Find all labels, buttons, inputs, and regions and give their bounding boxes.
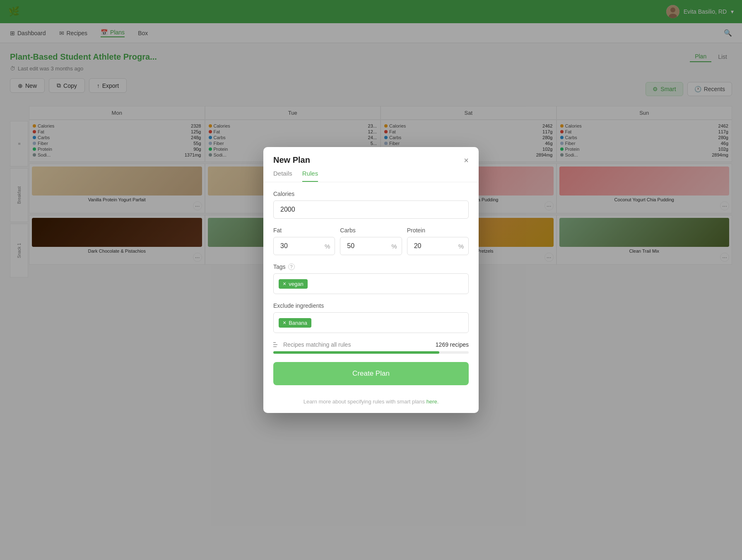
fat-label: Fat <box>273 227 335 234</box>
modal-footer: Learn more about specifying rules with s… <box>263 393 479 413</box>
modal-body: Calories Fat % Carbs % <box>263 182 479 393</box>
matching-count: 1269 recipes <box>436 341 469 348</box>
matching-icon <box>273 341 280 348</box>
exclude-banana[interactable]: × Banana <box>279 318 311 328</box>
protein-input-wrap: % <box>407 237 469 255</box>
calories-label: Calories <box>273 191 469 197</box>
new-plan-modal: New Plan × Details Rules Calories Fat % <box>263 147 479 413</box>
svg-rect-4 <box>273 344 277 345</box>
fat-pct: % <box>325 243 330 250</box>
exclude-input[interactable]: × Banana <box>273 312 469 333</box>
matching-label: Recipes matching all rules <box>273 341 351 348</box>
create-plan-button[interactable]: Create Plan <box>273 362 469 385</box>
exclude-label: Exclude ingredients <box>273 302 469 309</box>
carbs-input-wrap: % <box>340 237 402 255</box>
exclude-group: Exclude ingredients × Banana <box>273 302 469 333</box>
modal-overlay: New Plan × Details Rules Calories Fat % <box>0 0 742 560</box>
calories-input[interactable] <box>273 200 469 219</box>
tags-group: Tags ? × vegan <box>273 263 469 294</box>
carbs-group: Carbs % <box>340 227 402 255</box>
exclude-banana-label: Banana <box>289 320 307 326</box>
matching-summary: Recipes matching all rules 1269 recipes <box>273 341 469 354</box>
footer-link[interactable]: here. <box>426 398 439 405</box>
carbs-pct: % <box>391 243 397 250</box>
calories-group: Calories <box>273 191 469 219</box>
matching-bar-fill <box>273 351 439 354</box>
tag-vegan-remove[interactable]: × <box>283 281 286 287</box>
footer-text: Learn more about specifying rules with s… <box>304 398 425 405</box>
carbs-label: Carbs <box>340 227 402 234</box>
protein-group: Protein % <box>407 227 469 255</box>
matching-bar <box>273 351 469 354</box>
tags-label: Tags ? <box>273 263 469 270</box>
modal-header: New Plan × <box>263 147 479 165</box>
macros-row: Fat % Carbs % Protein <box>273 227 469 255</box>
tags-help-icon[interactable]: ? <box>288 263 295 270</box>
tag-vegan[interactable]: × vegan <box>279 279 308 289</box>
svg-rect-5 <box>273 346 277 347</box>
modal-title: New Plan <box>273 155 310 165</box>
fat-group: Fat % <box>273 227 335 255</box>
rules-summary-row: Recipes matching all rules 1269 recipes <box>273 341 469 348</box>
exclude-banana-remove[interactable]: × <box>283 320 286 326</box>
tab-details[interactable]: Details <box>273 170 292 182</box>
protein-label: Protein <box>407 227 469 234</box>
fat-input-wrap: % <box>273 237 335 255</box>
tab-rules[interactable]: Rules <box>302 170 318 182</box>
tags-input[interactable]: × vegan <box>273 273 469 294</box>
svg-rect-3 <box>273 342 276 343</box>
protein-pct: % <box>458 243 464 250</box>
modal-close-button[interactable]: × <box>464 156 469 164</box>
tag-vegan-label: vegan <box>289 281 303 287</box>
modal-tabs: Details Rules <box>263 165 479 182</box>
